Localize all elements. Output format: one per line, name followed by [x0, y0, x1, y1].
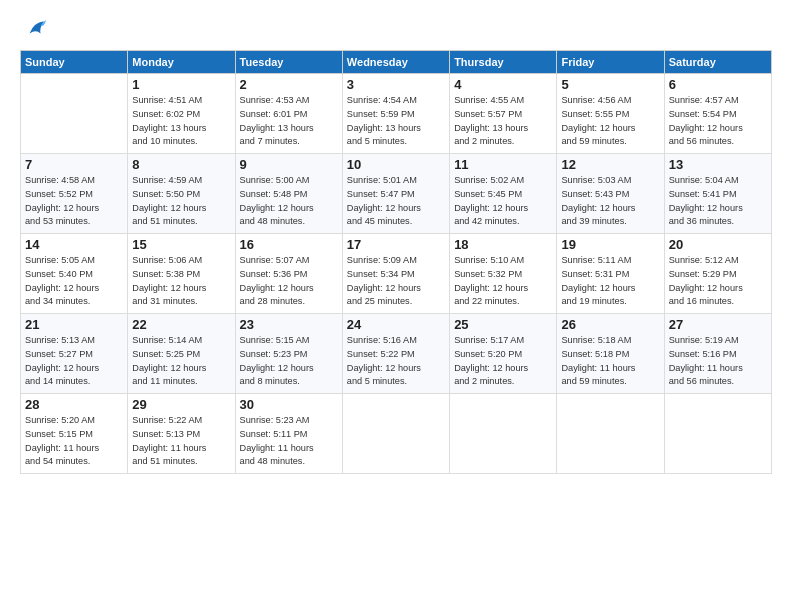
weekday-header-wednesday: Wednesday: [342, 51, 449, 74]
calendar-cell: 25Sunrise: 5:17 AMSunset: 5:20 PMDayligh…: [450, 314, 557, 394]
day-number: 3: [347, 77, 445, 92]
calendar-cell: 7Sunrise: 4:58 AMSunset: 5:52 PMDaylight…: [21, 154, 128, 234]
day-info: Sunrise: 4:53 AMSunset: 6:01 PMDaylight:…: [240, 94, 338, 149]
day-info: Sunrise: 4:54 AMSunset: 5:59 PMDaylight:…: [347, 94, 445, 149]
day-info: Sunrise: 5:07 AMSunset: 5:36 PMDaylight:…: [240, 254, 338, 309]
calendar-cell: 4Sunrise: 4:55 AMSunset: 5:57 PMDaylight…: [450, 74, 557, 154]
weekday-header-sunday: Sunday: [21, 51, 128, 74]
day-info: Sunrise: 5:11 AMSunset: 5:31 PMDaylight:…: [561, 254, 659, 309]
day-number: 13: [669, 157, 767, 172]
day-info: Sunrise: 4:56 AMSunset: 5:55 PMDaylight:…: [561, 94, 659, 149]
day-info: Sunrise: 5:09 AMSunset: 5:34 PMDaylight:…: [347, 254, 445, 309]
day-number: 5: [561, 77, 659, 92]
day-info: Sunrise: 5:13 AMSunset: 5:27 PMDaylight:…: [25, 334, 123, 389]
calendar-cell: [342, 394, 449, 474]
weekday-header-friday: Friday: [557, 51, 664, 74]
day-info: Sunrise: 5:01 AMSunset: 5:47 PMDaylight:…: [347, 174, 445, 229]
calendar-cell: 20Sunrise: 5:12 AMSunset: 5:29 PMDayligh…: [664, 234, 771, 314]
day-info: Sunrise: 5:18 AMSunset: 5:18 PMDaylight:…: [561, 334, 659, 389]
day-number: 20: [669, 237, 767, 252]
day-number: 14: [25, 237, 123, 252]
calendar-cell: 24Sunrise: 5:16 AMSunset: 5:22 PMDayligh…: [342, 314, 449, 394]
calendar-cell: [21, 74, 128, 154]
logo: [20, 16, 46, 40]
day-number: 4: [454, 77, 552, 92]
calendar-cell: [664, 394, 771, 474]
day-number: 24: [347, 317, 445, 332]
logo-bird-icon: [24, 18, 46, 40]
calendar-cell: 6Sunrise: 4:57 AMSunset: 5:54 PMDaylight…: [664, 74, 771, 154]
calendar-cell: 12Sunrise: 5:03 AMSunset: 5:43 PMDayligh…: [557, 154, 664, 234]
calendar-cell: 18Sunrise: 5:10 AMSunset: 5:32 PMDayligh…: [450, 234, 557, 314]
weekday-header-tuesday: Tuesday: [235, 51, 342, 74]
calendar-cell: 17Sunrise: 5:09 AMSunset: 5:34 PMDayligh…: [342, 234, 449, 314]
header-row: SundayMondayTuesdayWednesdayThursdayFrid…: [21, 51, 772, 74]
calendar-page: SundayMondayTuesdayWednesdayThursdayFrid…: [0, 0, 792, 612]
day-info: Sunrise: 4:55 AMSunset: 5:57 PMDaylight:…: [454, 94, 552, 149]
day-number: 18: [454, 237, 552, 252]
calendar-cell: [450, 394, 557, 474]
day-info: Sunrise: 5:20 AMSunset: 5:15 PMDaylight:…: [25, 414, 123, 469]
week-row-5: 28Sunrise: 5:20 AMSunset: 5:15 PMDayligh…: [21, 394, 772, 474]
day-number: 28: [25, 397, 123, 412]
day-number: 10: [347, 157, 445, 172]
header: [20, 16, 772, 40]
day-number: 1: [132, 77, 230, 92]
day-number: 15: [132, 237, 230, 252]
day-number: 17: [347, 237, 445, 252]
day-number: 29: [132, 397, 230, 412]
day-info: Sunrise: 5:23 AMSunset: 5:11 PMDaylight:…: [240, 414, 338, 469]
day-info: Sunrise: 4:58 AMSunset: 5:52 PMDaylight:…: [25, 174, 123, 229]
calendar-cell: 15Sunrise: 5:06 AMSunset: 5:38 PMDayligh…: [128, 234, 235, 314]
day-info: Sunrise: 5:19 AMSunset: 5:16 PMDaylight:…: [669, 334, 767, 389]
day-number: 26: [561, 317, 659, 332]
calendar-cell: 11Sunrise: 5:02 AMSunset: 5:45 PMDayligh…: [450, 154, 557, 234]
day-info: Sunrise: 5:10 AMSunset: 5:32 PMDaylight:…: [454, 254, 552, 309]
calendar-cell: 23Sunrise: 5:15 AMSunset: 5:23 PMDayligh…: [235, 314, 342, 394]
day-number: 25: [454, 317, 552, 332]
calendar-cell: 9Sunrise: 5:00 AMSunset: 5:48 PMDaylight…: [235, 154, 342, 234]
day-info: Sunrise: 5:04 AMSunset: 5:41 PMDaylight:…: [669, 174, 767, 229]
calendar-cell: 5Sunrise: 4:56 AMSunset: 5:55 PMDaylight…: [557, 74, 664, 154]
day-info: Sunrise: 5:16 AMSunset: 5:22 PMDaylight:…: [347, 334, 445, 389]
weekday-header-thursday: Thursday: [450, 51, 557, 74]
calendar-cell: 2Sunrise: 4:53 AMSunset: 6:01 PMDaylight…: [235, 74, 342, 154]
calendar-cell: 16Sunrise: 5:07 AMSunset: 5:36 PMDayligh…: [235, 234, 342, 314]
day-number: 12: [561, 157, 659, 172]
weekday-header-saturday: Saturday: [664, 51, 771, 74]
day-number: 21: [25, 317, 123, 332]
day-info: Sunrise: 5:15 AMSunset: 5:23 PMDaylight:…: [240, 334, 338, 389]
day-info: Sunrise: 5:12 AMSunset: 5:29 PMDaylight:…: [669, 254, 767, 309]
day-info: Sunrise: 5:02 AMSunset: 5:45 PMDaylight:…: [454, 174, 552, 229]
calendar-cell: 1Sunrise: 4:51 AMSunset: 6:02 PMDaylight…: [128, 74, 235, 154]
day-number: 22: [132, 317, 230, 332]
day-number: 9: [240, 157, 338, 172]
day-info: Sunrise: 5:03 AMSunset: 5:43 PMDaylight:…: [561, 174, 659, 229]
day-number: 16: [240, 237, 338, 252]
week-row-2: 7Sunrise: 4:58 AMSunset: 5:52 PMDaylight…: [21, 154, 772, 234]
day-number: 19: [561, 237, 659, 252]
day-number: 7: [25, 157, 123, 172]
calendar-cell: 30Sunrise: 5:23 AMSunset: 5:11 PMDayligh…: [235, 394, 342, 474]
day-info: Sunrise: 5:17 AMSunset: 5:20 PMDaylight:…: [454, 334, 552, 389]
day-number: 27: [669, 317, 767, 332]
calendar-cell: 27Sunrise: 5:19 AMSunset: 5:16 PMDayligh…: [664, 314, 771, 394]
day-number: 6: [669, 77, 767, 92]
day-number: 11: [454, 157, 552, 172]
calendar-cell: 29Sunrise: 5:22 AMSunset: 5:13 PMDayligh…: [128, 394, 235, 474]
calendar-cell: 8Sunrise: 4:59 AMSunset: 5:50 PMDaylight…: [128, 154, 235, 234]
day-number: 30: [240, 397, 338, 412]
week-row-3: 14Sunrise: 5:05 AMSunset: 5:40 PMDayligh…: [21, 234, 772, 314]
week-row-1: 1Sunrise: 4:51 AMSunset: 6:02 PMDaylight…: [21, 74, 772, 154]
day-info: Sunrise: 5:14 AMSunset: 5:25 PMDaylight:…: [132, 334, 230, 389]
day-info: Sunrise: 4:57 AMSunset: 5:54 PMDaylight:…: [669, 94, 767, 149]
calendar-cell: 10Sunrise: 5:01 AMSunset: 5:47 PMDayligh…: [342, 154, 449, 234]
day-info: Sunrise: 5:06 AMSunset: 5:38 PMDaylight:…: [132, 254, 230, 309]
calendar-cell: 3Sunrise: 4:54 AMSunset: 5:59 PMDaylight…: [342, 74, 449, 154]
day-info: Sunrise: 5:05 AMSunset: 5:40 PMDaylight:…: [25, 254, 123, 309]
day-info: Sunrise: 5:00 AMSunset: 5:48 PMDaylight:…: [240, 174, 338, 229]
calendar-cell: 13Sunrise: 5:04 AMSunset: 5:41 PMDayligh…: [664, 154, 771, 234]
day-info: Sunrise: 4:51 AMSunset: 6:02 PMDaylight:…: [132, 94, 230, 149]
calendar-cell: 19Sunrise: 5:11 AMSunset: 5:31 PMDayligh…: [557, 234, 664, 314]
day-number: 2: [240, 77, 338, 92]
